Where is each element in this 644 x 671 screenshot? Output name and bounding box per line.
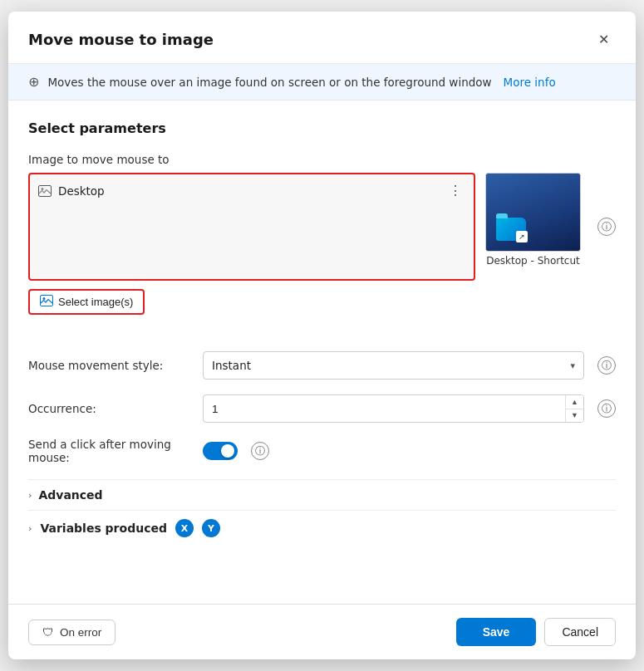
image-input-top: Desktop ⋮ (38, 181, 465, 200)
send-click-row: Send a click after moving mouse: ⓘ (28, 438, 616, 464)
select-images-button[interactable]: Select image(s) (28, 289, 145, 315)
send-click-info-button[interactable]: ⓘ (251, 442, 269, 460)
shortcut-arrow-icon: ↗ (516, 231, 528, 242)
mouse-style-dropdown[interactable]: Instant ▾ (203, 351, 584, 380)
advanced-label: Advanced (38, 488, 102, 502)
mouse-style-row: Mouse movement style: Instant ▾ ⓘ (28, 351, 616, 380)
send-click-control: ⓘ (203, 442, 616, 460)
svg-point-3 (43, 297, 46, 300)
variable-y-badge: Y (202, 519, 220, 537)
toggle-knob (221, 444, 234, 458)
select-images-label: Select image(s) (58, 296, 133, 308)
close-button[interactable]: ✕ (591, 27, 616, 51)
number-spinners: ▲ ▼ (565, 395, 583, 422)
chevron-down-icon: ▾ (570, 360, 575, 371)
mouse-style-info-button[interactable]: ⓘ (597, 356, 616, 375)
occurrence-input[interactable] (204, 395, 565, 422)
image-select-area: Desktop ⋮ ↗ Desktop - Shortcut ⓘ (28, 173, 616, 281)
cancel-button[interactable]: Cancel (544, 618, 616, 646)
variables-label: Variables produced (40, 522, 167, 535)
chevron-right-icon-vars: › (28, 523, 32, 534)
info-banner-text: Moves the mouse over an image found on s… (47, 76, 491, 89)
on-error-label: On error (60, 626, 101, 639)
preview-thumbnail: ↗ (485, 173, 581, 252)
dialog-footer: 🛡 On error Save Cancel (8, 604, 636, 659)
dialog: Move mouse to image ✕ ⊕ Moves the mouse … (8, 12, 636, 659)
advanced-section[interactable]: › Advanced (28, 479, 616, 510)
footer-right: Save Cancel (456, 618, 616, 646)
image-info-button[interactable]: ⓘ (597, 218, 616, 236)
occurrence-row: Occurrence: ▲ ▼ ⓘ (28, 394, 616, 423)
cursor-icon: ⊕ (28, 74, 39, 90)
spinner-down-button[interactable]: ▼ (566, 409, 583, 423)
variable-x-badge: X (175, 519, 194, 537)
occurrence-label: Occurrence: (28, 402, 203, 415)
info-banner: ⊕ Moves the mouse over an image found on… (8, 64, 636, 100)
occurrence-info-button[interactable]: ⓘ (597, 399, 616, 418)
save-button[interactable]: Save (456, 618, 537, 646)
dialog-header: Move mouse to image ✕ (8, 12, 636, 64)
variables-section[interactable]: › Variables produced X Y (28, 510, 616, 546)
svg-point-1 (42, 188, 44, 190)
send-click-toggle[interactable] (203, 442, 238, 460)
image-name: Desktop (58, 184, 105, 198)
image-icon (38, 184, 52, 198)
dialog-body: Select parameters Image to move mouse to (8, 100, 636, 594)
shield-icon: 🛡 (42, 626, 54, 639)
mouse-style-control: Instant ▾ ⓘ (203, 351, 616, 380)
send-click-label: Send a click after moving mouse: (28, 438, 203, 464)
image-name-row: Desktop (38, 184, 105, 198)
section-title: Select parameters (28, 120, 616, 136)
more-info-link[interactable]: More info (504, 76, 556, 89)
occurrence-input-wrap: ▲ ▼ (203, 394, 584, 423)
image-preview-box: ↗ Desktop - Shortcut (485, 173, 581, 268)
mouse-style-label: Mouse movement style: (28, 359, 203, 372)
image-param-label: Image to move mouse to (28, 153, 616, 166)
dialog-title: Move mouse to image (28, 31, 214, 48)
chevron-right-icon: › (28, 490, 32, 501)
select-images-icon (40, 295, 53, 309)
desktop-preview: ↗ (486, 174, 580, 251)
occurrence-control: ▲ ▼ ⓘ (203, 394, 616, 423)
spinner-up-button[interactable]: ▲ (566, 395, 583, 409)
mouse-style-value: Instant (212, 359, 251, 372)
preview-caption: Desktop - Shortcut (486, 255, 580, 268)
dots-menu-button[interactable]: ⋮ (445, 181, 465, 200)
image-input-box: Desktop ⋮ (28, 173, 475, 281)
on-error-button[interactable]: 🛡 On error (28, 620, 116, 645)
